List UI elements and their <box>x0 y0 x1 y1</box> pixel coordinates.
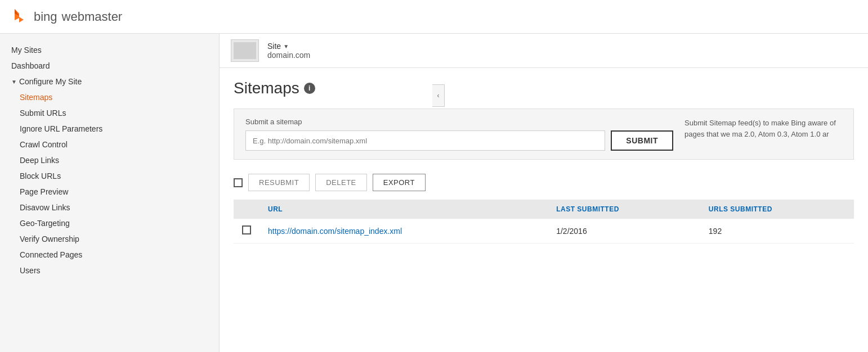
sidebar-item-submit-urls[interactable]: Submit URLs <box>0 105 219 121</box>
page-title-row: Sitemaps i <box>234 79 854 97</box>
submit-description: Submit Sitemap feed(s) to make Bing awar… <box>684 118 842 139</box>
submit-sitemap-button[interactable]: SUBMIT <box>611 130 673 151</box>
site-thumbnail-image <box>234 42 256 59</box>
sitemap-url-input[interactable] <box>245 130 605 151</box>
info-icon[interactable]: i <box>304 83 315 94</box>
sidebar-item-configure-my-site[interactable]: ▼ Configure My Site <box>0 74 219 89</box>
expand-arrow-icon: ▼ <box>11 79 17 85</box>
main-layout: My Sites Dashboard ▼ Configure My Site S… <box>0 34 868 352</box>
bing-b-icon <box>11 8 29 26</box>
export-button[interactable]: EXPORT <box>373 174 426 191</box>
sidebar-item-ignore-url-parameters[interactable]: Ignore URL Parameters <box>0 121 219 137</box>
sidebar-item-disavow-links[interactable]: Disavow Links <box>0 200 219 215</box>
sidebar-item-page-preview[interactable]: Page Preview <box>0 184 219 200</box>
col-header-checkbox <box>234 200 259 219</box>
site-domain: domain.com <box>267 51 310 60</box>
row-url-cell: https://domain.com/sitemap_index.xml <box>259 219 548 243</box>
app-header: bing webmaster <box>0 0 868 34</box>
resubmit-button[interactable]: RESUBMIT <box>248 174 310 191</box>
sidebar-collapse-button[interactable]: ‹ <box>432 84 445 107</box>
sidebar-item-connected-pages[interactable]: Connected Pages <box>0 247 219 263</box>
sitemaps-table: URL LAST SUBMITTED URLS SUBMITTED https:… <box>234 200 854 243</box>
sidebar-item-my-sites[interactable]: My Sites <box>0 42 219 58</box>
select-all-checkbox[interactable] <box>234 178 243 187</box>
sidebar-item-geo-targeting[interactable]: Geo-Targeting <box>0 215 219 231</box>
page-title: Sitemaps <box>234 79 299 97</box>
row-last-submitted-cell: 1/2/2016 <box>548 219 700 243</box>
row-urls-submitted-cell: 192 <box>700 219 854 243</box>
sidebar-item-deep-links[interactable]: Deep Links <box>0 152 219 168</box>
action-row: RESUBMIT DELETE EXPORT <box>234 174 854 191</box>
sidebar-item-sitemaps[interactable]: Sitemaps <box>0 89 219 105</box>
page-content-area: Sitemaps i Submit a sitemap SUBMIT Submi… <box>220 68 868 255</box>
sidebar-item-block-urls[interactable]: Block URLs <box>0 168 219 184</box>
row-checkbox[interactable] <box>242 225 251 234</box>
sidebar-item-dashboard[interactable]: Dashboard <box>0 58 219 74</box>
col-header-url[interactable]: URL <box>259 200 548 219</box>
sidebar-item-verify-ownership[interactable]: Verify Ownership <box>0 231 219 247</box>
table-header-row: URL LAST SUBMITTED URLS SUBMITTED <box>234 200 854 219</box>
submit-left-panel: Submit a sitemap SUBMIT <box>245 118 673 151</box>
submit-input-row: SUBMIT <box>245 130 673 151</box>
submit-sitemap-section: Submit a sitemap SUBMIT Submit Sitemap f… <box>234 109 854 160</box>
site-selector[interactable]: Site ▼ domain.com <box>267 42 310 60</box>
col-header-urls-submitted[interactable]: URLS SUBMITTED <box>700 200 854 219</box>
sidebar: My Sites Dashboard ▼ Configure My Site S… <box>0 34 220 352</box>
table-row: https://domain.com/sitemap_index.xml 1/2… <box>234 219 854 243</box>
site-thumbnail <box>231 39 259 62</box>
site-header-bar: Site ▼ domain.com <box>220 34 868 68</box>
sitemap-url-link[interactable]: https://domain.com/sitemap_index.xml <box>268 227 402 236</box>
col-header-last-submitted[interactable]: LAST SUBMITTED <box>548 200 700 219</box>
webmaster-label: webmaster <box>62 10 123 24</box>
site-dropdown-arrow-icon: ▼ <box>283 43 289 49</box>
main-content: Site ▼ domain.com Sitemaps i Submit a si… <box>220 34 868 352</box>
sidebar-item-users[interactable]: Users <box>0 263 219 278</box>
sidebar-item-crawl-control[interactable]: Crawl Control <box>0 137 219 152</box>
row-checkbox-cell <box>234 219 259 243</box>
bing-label: bing <box>34 10 57 24</box>
bing-logo: bing webmaster <box>11 8 122 26</box>
site-name-dropdown[interactable]: Site ▼ <box>267 42 310 51</box>
submit-label: Submit a sitemap <box>245 118 673 126</box>
delete-button[interactable]: DELETE <box>315 174 367 191</box>
